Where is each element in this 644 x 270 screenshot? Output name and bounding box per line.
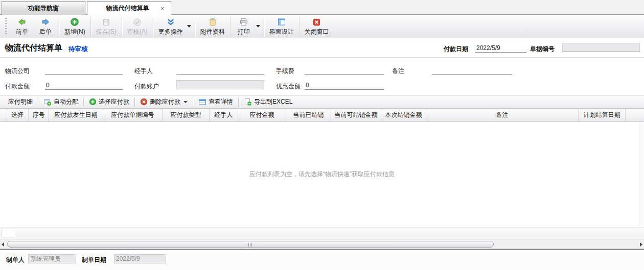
page-title: 物流代付结算单 xyxy=(5,43,62,54)
column-header[interactable]: 应付款类型 xyxy=(163,109,210,121)
column-header[interactable]: 当前可结销金额 xyxy=(331,109,381,121)
pay-date-label: 付款日期 xyxy=(444,45,468,54)
column-header[interactable]: 备注 xyxy=(426,109,579,121)
save-icon xyxy=(102,17,110,27)
detail-toolbar: 应付明细 自动分配 选择应付款 删除应付款 查看详情 导出到EXCEL xyxy=(0,95,644,109)
attachments-button[interactable]: 附件资料 xyxy=(197,16,228,37)
select-payable-button[interactable]: 选择应付款 xyxy=(85,96,133,107)
toolbar-separator xyxy=(153,17,153,36)
audit-button[interactable]: 审核(A) xyxy=(124,16,151,37)
more-actions-icon xyxy=(166,17,175,27)
close-window-button[interactable]: 关闭窗口 xyxy=(301,16,333,37)
view-detail-button[interactable]: 查看详情 xyxy=(194,96,237,107)
prev-arrow-icon xyxy=(17,17,27,27)
audit-check-icon xyxy=(133,17,142,27)
toolbar-separator xyxy=(122,17,122,36)
pay-amount-label: 付款金额 xyxy=(5,82,30,91)
scroll-right-arrow-icon[interactable] xyxy=(640,242,642,247)
toolbar-separator xyxy=(38,97,38,107)
document-header: 物流代付结算单 待审核 付款日期 单据编号 xyxy=(0,38,644,58)
ui-design-icon xyxy=(277,17,286,27)
discount-input[interactable] xyxy=(305,81,384,90)
next-doc-button[interactable]: 后单 xyxy=(34,16,57,37)
grid-header-row: 选择 序号 应付款发生日期 应付款单据编号 应付款类型 经手人 应付金额 当前已… xyxy=(0,109,644,122)
tab-logistics-settlement[interactable]: 物流代付结算单 × xyxy=(87,1,171,15)
delete-payable-button[interactable]: 删除应付款 xyxy=(136,96,192,107)
view-detail-icon xyxy=(198,98,206,106)
column-header[interactable]: 应付款发生日期 xyxy=(49,109,103,121)
close-tab-icon[interactable]: × xyxy=(160,5,168,12)
dropdown-caret-icon[interactable] xyxy=(183,101,188,103)
column-header[interactable]: 应付款单据编号 xyxy=(103,109,163,121)
handler-input[interactable] xyxy=(176,65,264,75)
tab-function-nav[interactable]: 功能导航窗 xyxy=(2,1,85,15)
remark-input[interactable] xyxy=(432,65,512,75)
remark-label: 备注 xyxy=(392,67,404,76)
toolbar-separator xyxy=(83,97,84,107)
column-header[interactable]: 本次结销金额 xyxy=(381,109,426,121)
column-header[interactable]: 当前已结销 xyxy=(286,109,331,121)
auto-assign-icon xyxy=(43,98,52,106)
main-toolbar: 前单 后单 新增(N) 保存(S) 审核(A) 更多操作 xyxy=(0,15,644,38)
make-date-label: 制单日期 xyxy=(82,256,106,264)
export-excel-button[interactable]: 导出到EXCEL xyxy=(240,96,296,107)
empty-list-message: 应付款列表为空，请先选择“物流快递”获取应付款信息 xyxy=(0,170,644,179)
pay-date-input[interactable] xyxy=(475,43,526,53)
dropdown-caret-icon[interactable] xyxy=(256,25,260,28)
toolbar-separator xyxy=(230,17,231,36)
form-area: 物流公司 经手人 手续费 备注 付款金额 付款账户 优惠金额 xyxy=(0,58,644,95)
tab-label: 物流代付结算单 xyxy=(87,4,160,13)
toolbar-separator xyxy=(195,17,195,36)
tab-bar: 功能导航窗 物流代付结算单 × xyxy=(0,0,644,15)
status-badge: 待审核 xyxy=(68,45,88,54)
doc-no-input xyxy=(562,43,640,52)
pay-amount-input[interactable] xyxy=(45,81,123,90)
dropdown-caret-icon[interactable] xyxy=(187,25,191,28)
footer-bar: 制单人 制单日期 xyxy=(0,250,644,270)
toolbar-separator xyxy=(299,17,300,36)
horizontal-scrollbar[interactable] xyxy=(0,239,644,249)
close-window-icon xyxy=(312,17,321,27)
toolbar-separator xyxy=(238,97,239,107)
toolbar-separator xyxy=(193,97,193,107)
next-arrow-icon xyxy=(41,17,50,27)
column-header[interactable]: 选择 xyxy=(7,109,29,121)
doc-no-label: 单据编号 xyxy=(530,45,555,54)
row-indicator-column xyxy=(0,109,7,121)
fee-label: 手续费 xyxy=(276,67,294,76)
toolbar-separator xyxy=(59,17,59,36)
column-header[interactable]: 应付金额 xyxy=(238,109,286,121)
column-header[interactable]: 经手人 xyxy=(210,109,238,121)
add-icon xyxy=(70,17,79,27)
toolbar-separator xyxy=(264,17,264,36)
grid-footer-cell xyxy=(1,229,15,237)
attachment-icon xyxy=(208,17,217,27)
export-excel-icon xyxy=(244,98,252,106)
pay-account-label: 付款账户 xyxy=(134,82,159,91)
column-header[interactable]: 序号 xyxy=(29,109,49,121)
toolbar-drag-handle-icon[interactable] xyxy=(5,18,7,35)
maker-label: 制单人 xyxy=(6,256,25,264)
fee-input[interactable] xyxy=(305,65,384,75)
scroll-left-arrow-icon[interactable] xyxy=(2,242,4,247)
vertical-scrollbar-track[interactable] xyxy=(639,122,644,239)
delete-payable-icon xyxy=(140,98,148,106)
column-header[interactable]: 计划结算日期 xyxy=(579,109,626,121)
scrollbar-grip-icon xyxy=(248,243,253,247)
logistics-company-input[interactable] xyxy=(45,65,123,75)
grid-footer-strip xyxy=(0,227,644,239)
prev-doc-button[interactable]: 前单 xyxy=(10,16,34,37)
maker-input xyxy=(28,254,76,263)
print-button[interactable]: 打印 xyxy=(232,16,256,37)
logistics-company-label: 物流公司 xyxy=(5,67,30,76)
save-button[interactable]: 保存(S) xyxy=(93,16,120,37)
more-actions-button[interactable]: 更多操作 xyxy=(155,16,187,37)
select-payable-icon xyxy=(89,98,97,106)
make-date-input xyxy=(114,254,166,263)
column-header-filler xyxy=(626,109,644,121)
ui-design-button[interactable]: 界面设计 xyxy=(266,16,297,37)
print-icon xyxy=(239,17,248,27)
auto-assign-button[interactable]: 自动分配 xyxy=(39,96,82,107)
new-button[interactable]: 新增(N) xyxy=(61,16,89,37)
scrollbar-thumb[interactable] xyxy=(7,241,494,248)
